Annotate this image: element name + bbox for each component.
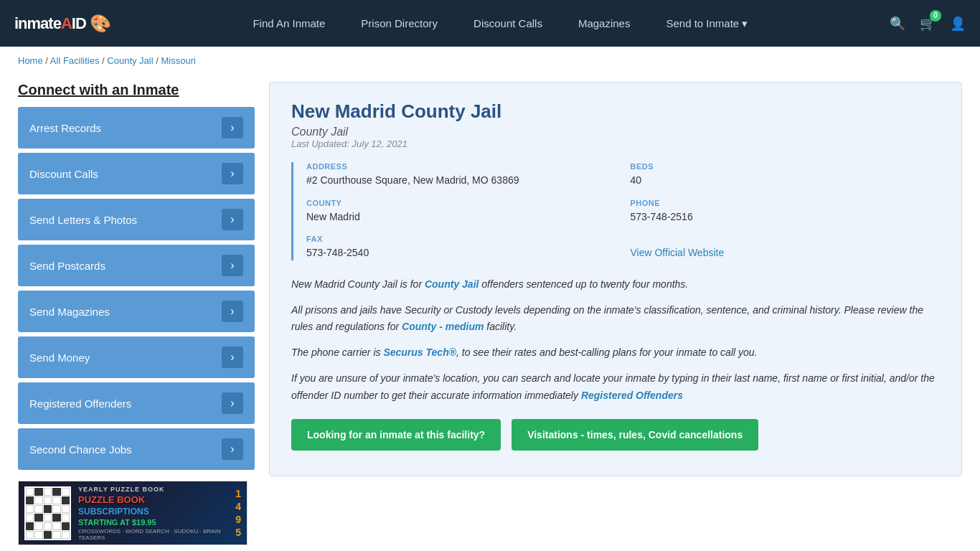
ad-crossword-image	[24, 486, 71, 540]
breadcrumb-county-jail[interactable]: County Jail	[107, 55, 153, 66]
county-jail-link[interactable]: County Jail	[425, 278, 479, 290]
website-label	[631, 235, 941, 243]
sidebar-item-send-magazines[interactable]: Send Magazines ›	[18, 291, 255, 332]
sidebar-item-label: Send Postcards	[29, 260, 105, 272]
sidebar-item-label: Second Chance Jobs	[29, 443, 132, 456]
beds-field: BEDS 40	[631, 162, 941, 188]
registered-offenders-link[interactable]: Registered Offenders	[581, 390, 683, 401]
info-grid: ADDRESS #2 Courthouse Square, New Madrid…	[291, 162, 940, 260]
content-panel: New Madrid County Jail County Jail Last …	[269, 82, 962, 476]
sidebar-item-label: Registered Offenders	[29, 397, 131, 410]
sidebar-item-label: Arrest Records	[29, 122, 101, 134]
ad-subscriptions-label: SUBSCRIPTIONS	[78, 507, 228, 517]
breadcrumb-state[interactable]: Missouri	[161, 55, 195, 66]
arrow-icon: ›	[222, 438, 243, 460]
sidebar-item-registered-offenders[interactable]: Registered Offenders ›	[18, 382, 255, 424]
ad-num-1: 1	[235, 488, 241, 499]
cart-badge: 0	[930, 10, 941, 22]
sidebar-item-second-chance-jobs[interactable]: Second Chance Jobs ›	[18, 428, 255, 470]
ad-puzzle-label: PUZZLE BOOK	[78, 494, 228, 505]
logo[interactable]: inmateAID 🎨	[14, 14, 111, 34]
arrow-icon: ›	[222, 117, 243, 138]
website-link[interactable]: View Official Website	[631, 247, 725, 258]
arrow-icon: ›	[222, 301, 243, 322]
nav-actions: 🔍 🛒 0 👤	[890, 16, 966, 32]
county-field: COUNTY New Madrid	[306, 199, 616, 225]
arrow-icon: ›	[222, 255, 243, 276]
ad-num-9: 9	[235, 514, 241, 525]
breadcrumb-all-facilities[interactable]: All Facilities	[50, 55, 100, 66]
ad-yearly-label: YEARLY PUZZLE BOOK	[78, 486, 228, 493]
sidebar-item-discount-calls[interactable]: Discount Calls ›	[18, 153, 255, 194]
sidebar-item-send-money[interactable]: Send Money ›	[18, 336, 255, 378]
cart-wrapper[interactable]: 🛒 0	[920, 16, 936, 32]
arrow-icon: ›	[222, 163, 243, 184]
ad-numbers: 1 4 9 5	[235, 488, 241, 538]
nav-discount-calls[interactable]: Discount Calls	[473, 17, 542, 29]
ad-types-label: CROSSWORDS · WORD SEARCH · SUDOKU · BRAI…	[78, 528, 228, 541]
facility-updated: Last Updated: July 12, 2021	[291, 138, 940, 149]
nav-prison-directory[interactable]: Prison Directory	[361, 17, 438, 29]
desc-p3: The phone carrier is Securus Tech®, to s…	[291, 344, 940, 362]
website-field: View Official Website	[631, 235, 941, 260]
beds-value: 40	[631, 174, 941, 188]
sidebar-item-label: Discount Calls	[29, 168, 98, 180]
arrow-icon: ›	[222, 209, 243, 230]
nav-send-to-inmate[interactable]: Send to Inmate ▾	[666, 17, 748, 30]
sidebar-item-arrest-records[interactable]: Arrest Records ›	[18, 107, 255, 149]
action-buttons: Looking for an inmate at this facility? …	[291, 419, 940, 451]
address-field: ADDRESS #2 Courthouse Square, New Madrid…	[306, 162, 616, 188]
sidebar-item-send-letters[interactable]: Send Letters & Photos ›	[18, 199, 255, 240]
phone-value: 573-748-2516	[631, 210, 941, 225]
breadcrumb-home[interactable]: Home	[18, 55, 43, 66]
beds-label: BEDS	[631, 162, 941, 171]
navbar: inmateAID 🎨 Find An Inmate Prison Direct…	[0, 0, 980, 47]
website-value[interactable]: View Official Website	[631, 246, 941, 260]
county-value: New Madrid	[306, 210, 616, 225]
facility-name: New Madrid County Jail	[291, 100, 940, 123]
user-icon[interactable]: 👤	[950, 16, 966, 32]
securus-link[interactable]: Securus Tech®	[383, 347, 456, 358]
fax-field: FAX 573-748-2540	[306, 235, 616, 260]
description-block: New Madrid County Jail is for County Jai…	[291, 276, 940, 405]
ad-num-5: 5	[235, 527, 241, 538]
logo-icon: 🎨	[90, 14, 111, 34]
main-layout: Connect with an Inmate Arrest Records › …	[0, 75, 980, 551]
search-icon[interactable]: 🔍	[890, 16, 905, 32]
phone-label: PHONE	[631, 199, 941, 207]
sidebar-ad[interactable]: YEARLY PUZZLE BOOK PUZZLE BOOK SUBSCRIPT…	[18, 481, 248, 545]
sidebar-item-label: Send Magazines	[29, 306, 110, 318]
phone-field: PHONE 573-748-2516	[631, 199, 941, 225]
county-medium-link[interactable]: County - medium	[402, 321, 484, 332]
fax-label: FAX	[306, 235, 616, 243]
nav-find-inmate[interactable]: Find An Inmate	[253, 17, 325, 29]
looking-for-inmate-button[interactable]: Looking for an inmate at this facility?	[291, 419, 501, 451]
arrow-icon: ›	[222, 392, 243, 414]
logo-text: inmateAID	[14, 14, 86, 33]
sidebar-item-send-postcards[interactable]: Send Postcards ›	[18, 245, 255, 286]
county-label: COUNTY	[306, 199, 616, 207]
ad-starting-label: STARTING AT $19.95	[78, 518, 228, 527]
desc-p4: If you are unsure of your inmate's locat…	[291, 370, 940, 405]
sidebar-item-label: Send Money	[29, 352, 90, 364]
ad-num-4: 4	[235, 501, 241, 512]
visitations-button[interactable]: Visitations - times, rules, Covid cancel…	[512, 419, 758, 451]
address-value: #2 Courthouse Square, New Madrid, MO 638…	[306, 174, 616, 188]
nav-magazines[interactable]: Magazines	[578, 17, 631, 29]
facility-type: County Jail	[291, 126, 940, 138]
sidebar-menu: Arrest Records › Discount Calls › Send L…	[18, 107, 255, 470]
address-label: ADDRESS	[306, 162, 616, 171]
ad-text: YEARLY PUZZLE BOOK PUZZLE BOOK SUBSCRIPT…	[78, 486, 228, 541]
sidebar-title: Connect with an Inmate	[18, 82, 255, 98]
nav-links: Find An Inmate Prison Directory Discount…	[140, 17, 861, 30]
sidebar-item-label: Send Letters & Photos	[29, 214, 137, 226]
desc-p2: All prisons and jails have Security or C…	[291, 302, 940, 336]
sidebar: Connect with an Inmate Arrest Records › …	[18, 82, 255, 545]
breadcrumb: Home / All Facilities / County Jail / Mi…	[0, 47, 980, 75]
fax-value: 573-748-2540	[306, 246, 616, 260]
desc-p1: New Madrid County Jail is for County Jai…	[291, 276, 940, 293]
arrow-icon: ›	[222, 347, 243, 368]
